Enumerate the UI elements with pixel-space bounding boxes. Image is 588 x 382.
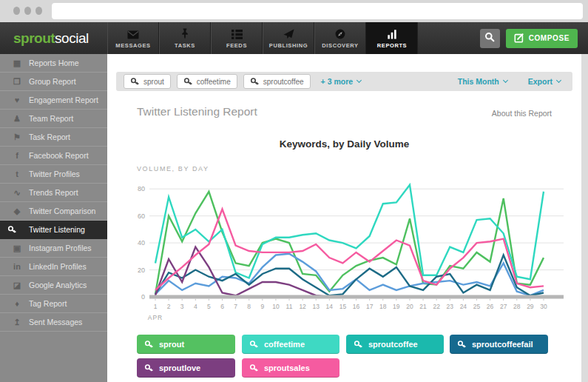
x-tick-label: 8 bbox=[247, 303, 251, 310]
sidebar-item-engagement-report[interactable]: ♥Engagement Report bbox=[0, 91, 107, 110]
window-button-icon[interactable] bbox=[24, 7, 31, 15]
legend-button-sproutcoffeefail[interactable]: sproutcoffeefail bbox=[450, 335, 548, 354]
x-tick-label: 18 bbox=[379, 303, 387, 310]
date-range-selector[interactable]: This Month bbox=[458, 77, 507, 86]
keyword-chips: sproutcoffeetimesproutcoffee bbox=[124, 74, 311, 89]
about-report-link[interactable]: About this Report bbox=[492, 109, 552, 118]
y-tick-label: 40 bbox=[138, 239, 145, 247]
legend-button-label: sproutlove bbox=[159, 363, 200, 372]
sidebar-item-tag-report[interactable]: ♦Tag Report bbox=[0, 295, 107, 313]
x-tick-label: 23 bbox=[447, 303, 454, 310]
nav-item-messages[interactable]: MESSAGES bbox=[107, 22, 159, 54]
sidebar-item-label: Group Report bbox=[27, 77, 76, 86]
x-tick-label: 13 bbox=[313, 303, 320, 310]
sidebar-item-google-analytics[interactable]: ◪Google Analytics bbox=[0, 276, 107, 295]
reports-home-icon: ▦ bbox=[7, 58, 27, 68]
instagram-icon: ▣ bbox=[7, 244, 27, 253]
legend-button-sproutsales[interactable]: sproutsales bbox=[242, 358, 339, 378]
x-tick-label: 12 bbox=[299, 303, 306, 310]
x-tick-label: 29 bbox=[527, 303, 534, 310]
x-tick-label: 15 bbox=[339, 303, 347, 310]
x-tick-label: 30 bbox=[540, 303, 547, 310]
sidebar-item-twitter-comparison[interactable]: ◈Twitter Comparison bbox=[0, 202, 107, 221]
linkedin-icon: in bbox=[7, 262, 27, 271]
sidebar-item-team-report[interactable]: ♟Team Report bbox=[0, 110, 107, 128]
sidebar-item-twitter-profiles[interactable]: tTwitter Profiles bbox=[0, 165, 107, 184]
sidebar-item-facebook-report[interactable]: fFacebook Report bbox=[0, 147, 107, 165]
main-content: sproutcoffeetimesproutcoffee + 3 more Th… bbox=[107, 54, 581, 382]
sidebar-item-trends-report[interactable]: ∿Trends Report bbox=[0, 184, 107, 202]
x-tick-label: 3 bbox=[180, 303, 184, 310]
nav-item-label: MESSAGES bbox=[115, 42, 150, 49]
keyword-search-icon bbox=[354, 340, 363, 349]
nav-item-discovery[interactable]: DISCOVERY bbox=[314, 22, 366, 54]
keyword-chip-coffeetime[interactable]: coffeetime bbox=[177, 74, 237, 89]
legend-button-sprout[interactable]: sprout bbox=[137, 335, 235, 354]
nav-item-publishing[interactable]: PUBLISHING bbox=[263, 22, 314, 54]
x-tick-label: 20 bbox=[406, 303, 413, 310]
sidebar-item-group-report[interactable]: ❐Group Report bbox=[0, 73, 107, 91]
keyword-chip-label: coffeetime bbox=[197, 78, 231, 86]
logo-text: sprout bbox=[13, 30, 55, 47]
sidebar-item-label: Facebook Report bbox=[27, 151, 89, 160]
twitter-comparison-icon: ◈ bbox=[7, 207, 27, 216]
keyword-chip-label: sprout bbox=[143, 78, 164, 86]
nav-item-label: DISCOVERY bbox=[322, 42, 358, 49]
chevron-down-icon bbox=[356, 78, 362, 83]
x-axis-month-label: APR bbox=[148, 314, 163, 321]
page-title: Twitter Listening Report bbox=[137, 105, 257, 118]
export-dropdown[interactable]: Export bbox=[528, 77, 561, 86]
compose-label: COMPOSE bbox=[529, 34, 570, 42]
nav-item-label: PUBLISHING bbox=[269, 42, 308, 49]
filter-bar-right: This Month Export bbox=[458, 77, 565, 86]
keyword-search-icon bbox=[130, 77, 140, 86]
nav-item-label: TASKS bbox=[175, 42, 195, 49]
window-button-icon[interactable] bbox=[36, 7, 42, 15]
legend-button-label: sprout bbox=[159, 340, 184, 349]
y-tick-label: 80 bbox=[138, 185, 145, 192]
sidebar-item-reports-home[interactable]: ▦Reports Home bbox=[0, 54, 107, 73]
app-window: sproutsocial MESSAGESTASKSFEEDSPUBLISHIN… bbox=[0, 0, 588, 382]
window-button-icon[interactable] bbox=[13, 7, 20, 15]
legend-button-sproutlove[interactable]: sproutlove bbox=[137, 358, 235, 378]
more-keywords-toggle[interactable]: + 3 more bbox=[321, 77, 361, 86]
nav-item-reports[interactable]: REPORTS bbox=[366, 22, 418, 54]
keyword-search-icon bbox=[457, 340, 467, 349]
search-button[interactable] bbox=[480, 29, 500, 48]
search-icon bbox=[484, 32, 495, 44]
sidebar-item-instagram-profiles[interactable]: ▣Instagram Profiles bbox=[0, 239, 107, 258]
keyword-chip-label: sproutcoffee bbox=[263, 78, 304, 86]
legend-button-sproutcoffee[interactable]: sproutcoffee bbox=[346, 335, 444, 354]
more-keywords-label: + 3 more bbox=[321, 77, 353, 86]
nav-item-label: FEEDS bbox=[226, 42, 247, 49]
sidebar-item-label: Twitter Comparison bbox=[27, 207, 95, 215]
nav-item-feeds[interactable]: FEEDS bbox=[211, 22, 263, 54]
x-tick-label: 27 bbox=[500, 303, 507, 310]
keyword-chip-sproutcoffee[interactable]: sproutcoffee bbox=[243, 74, 311, 89]
top-navbar: sproutsocial MESSAGESTASKSFEEDSPUBLISHIN… bbox=[0, 22, 588, 54]
keyword-chip-sprout[interactable]: sprout bbox=[124, 74, 171, 89]
nav-item-tasks[interactable]: TASKS bbox=[159, 22, 211, 54]
url-bar[interactable] bbox=[52, 3, 583, 19]
compose-button[interactable]: COMPOSE bbox=[506, 29, 578, 48]
legend-button-coffeetime[interactable]: coffeetime bbox=[242, 335, 339, 354]
sprout-social-logo[interactable]: sproutsocial bbox=[0, 22, 107, 54]
sidebar-item-linkedin-profiles[interactable]: inLinkedIn Profiles bbox=[0, 258, 107, 276]
sidebar-item-twitter-listening[interactable]: Twitter Listening bbox=[0, 221, 107, 239]
sent-messages-icon: ↥ bbox=[7, 318, 27, 327]
sidebar-item-label: Trends Report bbox=[27, 188, 78, 197]
x-tick-label: 6 bbox=[220, 303, 224, 310]
compose-icon bbox=[514, 33, 524, 44]
keyword-search-icon bbox=[249, 340, 259, 349]
sidebar-item-sent-messages[interactable]: ↥Sent Messages bbox=[0, 313, 107, 332]
export-label: Export bbox=[528, 77, 552, 86]
legend-button-label: sproutcoffeefail bbox=[472, 340, 533, 349]
sidebar-item-label: Twitter Profiles bbox=[27, 170, 80, 178]
x-tick-label: 24 bbox=[460, 303, 467, 310]
keyword-search-icon bbox=[144, 363, 154, 372]
sidebar-item-task-report[interactable]: ⚑Task Report bbox=[0, 128, 107, 147]
navbar-actions: COMPOSE bbox=[480, 22, 588, 54]
keyword-search-icon bbox=[250, 77, 260, 86]
x-tick-label: 16 bbox=[353, 303, 360, 310]
y-tick-label: 20 bbox=[138, 267, 145, 274]
